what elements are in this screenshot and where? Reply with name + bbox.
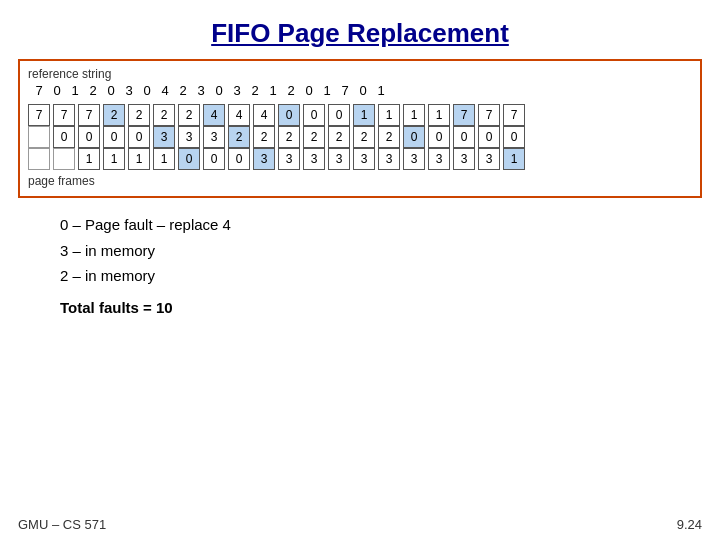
frame-cell: 0 bbox=[53, 126, 75, 148]
frame-cell: 1 bbox=[78, 148, 100, 170]
main-box: reference string 70120304230321201701 77… bbox=[18, 59, 702, 198]
ref-num: 0 bbox=[210, 83, 228, 98]
frame-cell: 0 bbox=[478, 126, 500, 148]
frame-cell: 4 bbox=[228, 104, 250, 126]
frame-cell: 3 bbox=[153, 126, 175, 148]
frame-col: 701 bbox=[503, 104, 525, 170]
frame-col: 70 bbox=[53, 104, 75, 170]
frame-cell: 1 bbox=[128, 148, 150, 170]
ref-num: 2 bbox=[282, 83, 300, 98]
frame-col: 023 bbox=[303, 104, 325, 170]
frame-cell: 2 bbox=[353, 126, 375, 148]
footer-left: GMU – CS 571 bbox=[18, 517, 106, 532]
note-line: 2 – in memory bbox=[60, 263, 720, 289]
ref-num: 1 bbox=[318, 83, 336, 98]
frame-col: 123 bbox=[353, 104, 375, 170]
ref-num: 0 bbox=[102, 83, 120, 98]
frame-col: 703 bbox=[453, 104, 475, 170]
frame-cell: 2 bbox=[178, 104, 200, 126]
frame-cell: 0 bbox=[228, 148, 250, 170]
ref-num: 0 bbox=[48, 83, 66, 98]
frame-cell: 1 bbox=[403, 104, 425, 126]
notes-area: 0 – Page fault – replace 43 – in memory2… bbox=[60, 212, 720, 289]
page-frames-label: page frames bbox=[28, 174, 692, 188]
frame-cell: 3 bbox=[353, 148, 375, 170]
frame-cell: 7 bbox=[453, 104, 475, 126]
frame-cell: 2 bbox=[228, 126, 250, 148]
ref-num: 1 bbox=[372, 83, 390, 98]
ref-string-label: reference string bbox=[28, 67, 692, 81]
frame-cell: 3 bbox=[478, 148, 500, 170]
frame-cell bbox=[28, 148, 50, 170]
frame-cell: 2 bbox=[328, 126, 350, 148]
frame-col: 201 bbox=[128, 104, 150, 170]
frame-cell: 1 bbox=[103, 148, 125, 170]
ref-num: 1 bbox=[264, 83, 282, 98]
ref-num: 3 bbox=[192, 83, 210, 98]
frame-cell: 7 bbox=[503, 104, 525, 126]
frame-col: 123 bbox=[378, 104, 400, 170]
frame-cell: 0 bbox=[203, 148, 225, 170]
frame-cell: 7 bbox=[478, 104, 500, 126]
frame-cell: 3 bbox=[303, 148, 325, 170]
footer: GMU – CS 571 9.24 bbox=[0, 517, 720, 532]
frames-area: 7707012012012312304304204230230230231231… bbox=[28, 104, 692, 170]
frame-cell: 3 bbox=[278, 148, 300, 170]
frame-cell: 1 bbox=[503, 148, 525, 170]
frame-cell: 0 bbox=[428, 126, 450, 148]
frame-cell: 0 bbox=[503, 126, 525, 148]
total-faults: Total faults = 10 bbox=[60, 299, 720, 316]
frame-cell: 4 bbox=[253, 104, 275, 126]
frame-cell: 2 bbox=[303, 126, 325, 148]
frame-cell: 3 bbox=[328, 148, 350, 170]
frame-col: 103 bbox=[403, 104, 425, 170]
frame-cell: 4 bbox=[203, 104, 225, 126]
frame-cell: 0 bbox=[178, 148, 200, 170]
frame-cell: 2 bbox=[103, 104, 125, 126]
frame-cell: 3 bbox=[203, 126, 225, 148]
frame-cell: 7 bbox=[78, 104, 100, 126]
frame-cell: 0 bbox=[403, 126, 425, 148]
ref-num: 7 bbox=[30, 83, 48, 98]
frame-col: 423 bbox=[253, 104, 275, 170]
frame-cell: 3 bbox=[453, 148, 475, 170]
frame-col: 420 bbox=[228, 104, 250, 170]
frame-cell: 7 bbox=[53, 104, 75, 126]
ref-num: 0 bbox=[138, 83, 156, 98]
frame-cell bbox=[53, 148, 75, 170]
frame-col: 231 bbox=[153, 104, 175, 170]
frame-cell: 1 bbox=[428, 104, 450, 126]
frame-cell: 2 bbox=[128, 104, 150, 126]
ref-num: 2 bbox=[84, 83, 102, 98]
frame-cell: 3 bbox=[403, 148, 425, 170]
frame-cell: 2 bbox=[378, 126, 400, 148]
frame-cell: 0 bbox=[103, 126, 125, 148]
frame-cell: 2 bbox=[278, 126, 300, 148]
frame-cell: 0 bbox=[128, 126, 150, 148]
frame-cell: 0 bbox=[453, 126, 475, 148]
ref-num: 0 bbox=[300, 83, 318, 98]
frame-cell: 2 bbox=[153, 104, 175, 126]
frame-cell: 3 bbox=[428, 148, 450, 170]
frame-col: 7 bbox=[28, 104, 50, 170]
frame-cell: 3 bbox=[178, 126, 200, 148]
ref-num: 1 bbox=[66, 83, 84, 98]
frame-cell: 0 bbox=[303, 104, 325, 126]
frame-cell: 3 bbox=[378, 148, 400, 170]
frame-cell: 1 bbox=[353, 104, 375, 126]
frame-cell: 0 bbox=[328, 104, 350, 126]
frame-col: 703 bbox=[478, 104, 500, 170]
frame-cell: 0 bbox=[78, 126, 100, 148]
frame-cell: 0 bbox=[278, 104, 300, 126]
frame-cell: 3 bbox=[253, 148, 275, 170]
frame-col: 201 bbox=[103, 104, 125, 170]
ref-num: 3 bbox=[120, 83, 138, 98]
frame-cell: 2 bbox=[253, 126, 275, 148]
note-line: 3 – in memory bbox=[60, 238, 720, 264]
frame-col: 103 bbox=[428, 104, 450, 170]
page-title: FIFO Page Replacement bbox=[0, 0, 720, 59]
frame-cell bbox=[28, 126, 50, 148]
ref-num: 3 bbox=[228, 83, 246, 98]
frame-cell: 7 bbox=[28, 104, 50, 126]
ref-num: 4 bbox=[156, 83, 174, 98]
